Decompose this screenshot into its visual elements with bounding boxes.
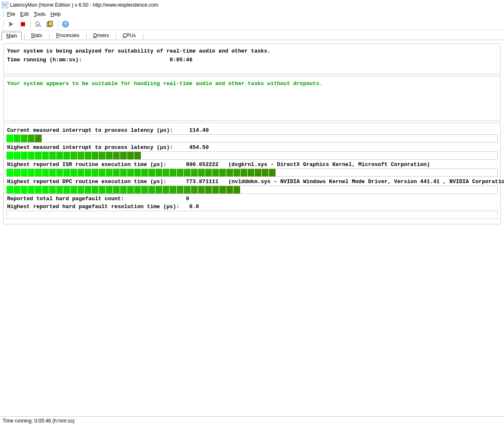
svg-rect-5: [36, 25, 38, 27]
help-button[interactable]: ?: [60, 19, 70, 29]
verdict-panel: Your system appears to be suitable for h…: [3, 76, 501, 121]
menu-tools-rest: ools: [36, 11, 45, 17]
menu-tools[interactable]: Tools: [31, 11, 48, 17]
svg-point-3: [36, 22, 39, 25]
stop-icon: [20, 22, 25, 27]
menu-edit-rest: dit: [23, 11, 29, 17]
tab-main[interactable]: Main: [2, 32, 22, 40]
pagefault-count: Reported total hard pagefault count: 0: [7, 196, 498, 202]
svg-marker-1: [9, 22, 13, 27]
toolbar-separator-left: [3, 21, 4, 28]
analysis-time: Time running (h:mm:ss): 0:05:46: [7, 56, 497, 65]
menu-edit[interactable]: Edit: [18, 11, 31, 17]
content-area: Your system is being analyzed for suitab…: [0, 40, 504, 416]
metric-dpc: Highest reported DPC routine execution t…: [6, 179, 498, 194]
svg-line-4: [39, 25, 41, 27]
tabstrip: Main Stats Processes Drivers CPUs: [0, 30, 504, 40]
stop-button[interactable]: [18, 19, 28, 29]
menubar: File Edit Tools Help: [0, 10, 504, 18]
help-icon: ?: [62, 20, 69, 28]
window-title: LatencyMon (Home Edition ) v 6.50 - http…: [10, 2, 158, 8]
tab-cpus[interactable]: CPUs: [118, 31, 140, 40]
menu-file-rest: ile: [10, 11, 15, 17]
app-icon: [2, 2, 8, 8]
toolbar-separator-2: [58, 21, 58, 28]
metric-isr: Highest reported ISR routine execution t…: [6, 161, 498, 177]
menu-file[interactable]: File: [5, 11, 18, 17]
statusbar: Time running: 0:05:46 (h:mm:ss): [0, 416, 504, 425]
metrics-panel: Current measured interrupt to process la…: [3, 123, 501, 224]
play-button[interactable]: [6, 19, 16, 29]
menu-help[interactable]: Help: [48, 11, 63, 17]
verdict-text: Your system appears to be suitable for h…: [7, 80, 497, 88]
svg-rect-2: [21, 22, 25, 26]
magnifier-icon: [35, 21, 42, 28]
play-icon: [8, 21, 14, 27]
svg-rect-7: [49, 21, 53, 26]
copy-button[interactable]: [45, 19, 55, 29]
bar-current-latency: [6, 134, 498, 143]
pagefault-resolution: Highest reported hard pagefault resoluti…: [7, 204, 498, 210]
tab-processes[interactable]: Processes: [51, 31, 84, 40]
metric-current-latency: Current measured interrupt to process la…: [6, 127, 498, 143]
menu-separator: [3, 11, 4, 18]
status-text: Time running: 0:05:46 (h:mm:ss): [3, 418, 75, 424]
titlebar: LatencyMon (Home Edition ) v 6.50 - http…: [0, 0, 504, 10]
menu-help-rest: elp: [54, 11, 61, 17]
toolbar-separator-1: [30, 21, 31, 28]
tab-stats[interactable]: Stats: [26, 31, 47, 40]
svg-text:?: ?: [64, 22, 67, 27]
svg-rect-0: [2, 2, 8, 8]
bar-pagefault: [6, 211, 498, 219]
process-tool-button[interactable]: [33, 19, 43, 29]
analysis-line1: Your system is being analyzed for suitab…: [7, 47, 497, 56]
tab-drivers[interactable]: Drivers: [88, 31, 113, 40]
bar-dpc: [6, 186, 498, 194]
bar-isr: [6, 168, 498, 177]
copy-icon: [47, 21, 53, 28]
metric-highest-latency: Highest measured interrupt to process la…: [6, 144, 498, 160]
bar-highest-latency: [6, 151, 498, 160]
window: LatencyMon (Home Edition ) v 6.50 - http…: [0, 0, 504, 416]
analysis-panel: Your system is being analyzed for suitab…: [3, 43, 501, 74]
toolbar: ?: [0, 18, 504, 30]
